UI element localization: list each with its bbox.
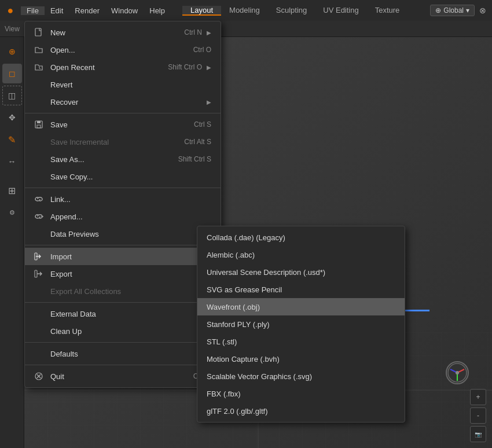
append-label: Append...: [50, 212, 211, 221]
menu-items: File Edit Render Window Help: [21, 6, 171, 15]
tab-layout[interactable]: Layout: [182, 6, 221, 16]
viewport-controls: + - 📷: [470, 389, 486, 442]
menu-item-help[interactable]: Help: [144, 6, 171, 15]
import-stl[interactable]: STL (.stl): [197, 333, 405, 350]
sep5: [25, 342, 221, 343]
open-recent-label: Open Recent: [50, 63, 168, 72]
view-menu-btn[interactable]: View: [5, 25, 20, 33]
file-dropdown: New Ctrl N ▶ Open... Ctrl O Open Recent …: [24, 21, 221, 388]
workspace-tabs: Layout Modeling Sculpting UV Editing Tex…: [182, 6, 407, 16]
sidebar-cursor-tool[interactable]: ⊕: [2, 42, 22, 61]
menu-save[interactable]: Save Ctrl S: [25, 116, 221, 133]
menu-clean-up[interactable]: Clean Up ▶: [25, 322, 221, 340]
save-shortcut: Ctrl S: [194, 120, 211, 128]
gltf-label: glTF 2.0 (.glb/.gltf): [207, 407, 395, 416]
menu-open[interactable]: Open... Ctrl O: [25, 41, 221, 58]
zoom-out-btn[interactable]: -: [470, 407, 486, 424]
sidebar-add-cube[interactable]: ⊞: [2, 181, 22, 200]
import-submenu: Collada (.dae) (Legacy) Alembic (.abc) U…: [197, 226, 405, 423]
import-usd[interactable]: Universal Scene Description (.usd*): [197, 263, 405, 281]
stl-label: STL (.stl): [207, 337, 395, 346]
sep4: [25, 302, 221, 303]
svg-rect-14: [35, 270, 37, 277]
svg-point-7: [456, 371, 459, 374]
save-copy-label: Save Copy...: [50, 172, 211, 181]
menu-data-previews[interactable]: Data Previews ▶: [25, 225, 221, 243]
import-icon: [34, 252, 50, 261]
menu-item-render[interactable]: Render: [69, 6, 105, 15]
top-bar: ● File Edit Render Window Help Layout Mo…: [0, 0, 492, 21]
blender-logo: ●: [0, 0, 21, 21]
new-shortcut: Ctrl N: [184, 28, 202, 36]
menu-item-edit[interactable]: Edit: [45, 6, 69, 15]
svg-rect-11: [37, 125, 41, 128]
tab-texture[interactable]: Texture: [367, 6, 408, 16]
menu-link[interactable]: Link...: [25, 190, 221, 208]
menu-item-file[interactable]: File: [21, 6, 45, 15]
menu-append[interactable]: Append...: [25, 208, 221, 225]
menu-new[interactable]: New Ctrl N ▶: [25, 24, 221, 41]
sidebar-transform[interactable]: ✥: [2, 108, 22, 127]
sidebar-pose[interactable]: ⚙: [2, 203, 22, 222]
sep6: [25, 365, 221, 365]
camera-btn[interactable]: 📷: [470, 426, 486, 442]
menu-recover[interactable]: Recover ▶: [25, 93, 221, 111]
import-wavefront-obj[interactable]: Wavefront (.obj): [197, 298, 405, 315]
append-icon: [34, 212, 50, 221]
menu-revert[interactable]: Revert: [25, 76, 221, 93]
zoom-in-btn[interactable]: +: [470, 389, 486, 405]
top-bar-left: ● File Edit Render Window Help Layout Mo…: [0, 0, 407, 21]
menu-export-all: Export All Collections: [25, 282, 221, 300]
sidebar-measure[interactable]: ↔: [2, 152, 22, 171]
svg-rect-10: [37, 121, 41, 123]
sidebar-annotate[interactable]: ✎: [2, 130, 22, 149]
menu-quit[interactable]: Quit Ctrl Q: [25, 368, 221, 385]
sidebar-select-box[interactable]: ◻: [2, 64, 22, 83]
menu-save-incremental: Save Incremental Ctrl Alt S: [25, 133, 221, 150]
tab-sculpting[interactable]: Sculpting: [268, 6, 315, 16]
global-label: Global: [443, 6, 464, 14]
link-icon: [34, 194, 50, 204]
alembic-label: Alembic (.abc): [207, 251, 395, 259]
tab-modeling[interactable]: Modeling: [221, 6, 268, 16]
new-arrow: ▶: [207, 30, 211, 36]
global-selector[interactable]: ⊕ Global ▾: [430, 5, 475, 16]
quit-label: Quit: [50, 372, 193, 381]
import-scalable-vector[interactable]: Scalable Vector Graphics (.svg): [197, 368, 405, 385]
export-label: Export: [50, 270, 202, 278]
menu-defaults[interactable]: Defaults ▶: [25, 345, 221, 362]
tab-uv-editing[interactable]: UV Editing: [315, 6, 366, 16]
import-motion-capture[interactable]: Motion Capture (.bvh): [197, 350, 405, 368]
import-gltf[interactable]: glTF 2.0 (.glb/.gltf): [197, 402, 405, 420]
data-previews-label: Data Previews: [50, 230, 202, 238]
import-collada[interactable]: Collada (.dae) (Legacy): [197, 229, 405, 246]
menu-open-recent[interactable]: Open Recent Shift Ctrl O ▶: [25, 58, 221, 76]
defaults-label: Defaults: [50, 350, 202, 358]
save-as-label: Save As...: [50, 155, 178, 164]
svg-rect-8: [35, 28, 41, 36]
wavefront-label: Wavefront (.obj): [207, 303, 395, 311]
import-alembic[interactable]: Alembic (.abc): [197, 246, 405, 263]
menu-export[interactable]: Export ▶: [25, 265, 221, 282]
menu-import[interactable]: Import ▶: [25, 248, 221, 265]
usd-label: Universal Scene Description (.usd*): [207, 268, 395, 277]
import-stanford-ply[interactable]: Stanford PLY (.ply): [197, 315, 405, 333]
svg-grease-label: SVG as Grease Pencil: [207, 285, 395, 294]
menu-save-as[interactable]: Save As... Shift Ctrl S: [25, 150, 221, 168]
save-incremental-shortcut: Ctrl Alt S: [184, 138, 211, 146]
recover-arrow: ▶: [207, 99, 211, 105]
stanford-ply-label: Stanford PLY (.ply): [207, 320, 395, 329]
scalable-vector-label: Scalable Vector Graphics (.svg): [207, 372, 395, 381]
nav-ring[interactable]: [446, 361, 469, 384]
sidebar-select2[interactable]: ◫: [2, 86, 22, 105]
import-fbx[interactable]: FBX (.fbx): [197, 385, 405, 402]
menu-external-data[interactable]: External Data ▶: [25, 305, 221, 322]
menu-save-copy[interactable]: Save Copy...: [25, 168, 221, 185]
open-recent-icon: [34, 63, 50, 72]
open-recent-arrow: ▶: [207, 64, 211, 71]
fbx-label: FBX (.fbx): [207, 390, 395, 398]
global-icon: ⊕: [435, 6, 441, 14]
new-label: New: [50, 28, 184, 37]
import-svg-grease[interactable]: SVG as Grease Pencil: [197, 281, 405, 298]
menu-item-window[interactable]: Window: [105, 6, 144, 15]
